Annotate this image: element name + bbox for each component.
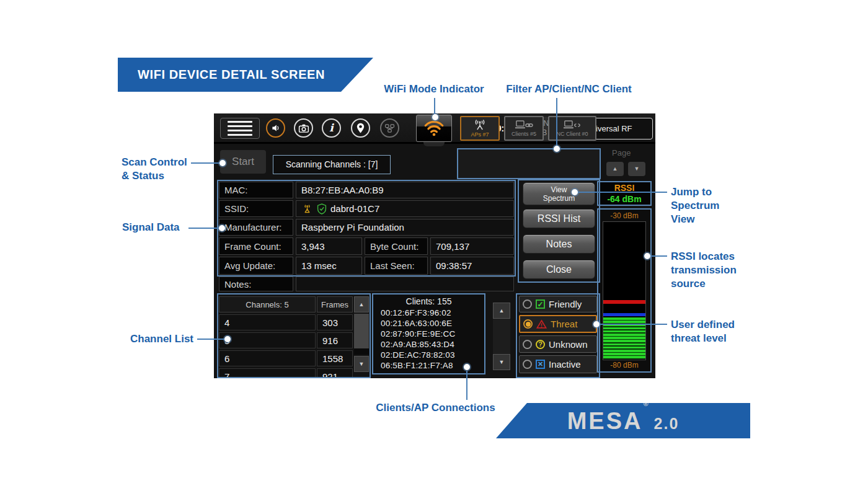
wifi-icon <box>423 120 445 136</box>
rssi-red-marker <box>603 300 645 304</box>
notes-label: Notes: <box>219 277 293 291</box>
frames-header: Frames <box>317 296 353 312</box>
filter-clients-button[interactable]: Clients #5 <box>504 116 544 141</box>
dot-threat <box>593 321 600 327</box>
dot-channel <box>224 336 231 342</box>
page-down-button[interactable]: ▼ <box>628 162 645 176</box>
client-mac[interactable]: 00:21:6A:63:00:6E <box>381 319 452 328</box>
notes-value[interactable] <box>296 277 514 291</box>
annotation-wifi-mode: WiFi Mode Indicator <box>372 82 496 96</box>
threat-option-friendly[interactable]: ✓ Friendly <box>519 296 597 312</box>
connector-filter <box>556 98 557 147</box>
channel-scroll-thumb[interactable] <box>354 314 369 348</box>
filter-nc-client-button[interactable]: NC Client #0 <box>548 116 596 141</box>
notes-button[interactable]: Notes <box>523 234 595 254</box>
rssi-hist-label: RSSI Hist <box>538 213 580 224</box>
annotation-scan-control: Scan Control & Status <box>122 156 187 183</box>
start-scan-button[interactable]: Start <box>220 150 266 174</box>
network-glyph <box>384 123 395 133</box>
view-spectrum-line2: Spectrum <box>543 194 575 203</box>
last-seen-label: Last Seen: <box>365 257 428 275</box>
radio-friendly[interactable] <box>523 299 532 309</box>
clients-scroll-down-button[interactable]: ▼ <box>493 354 510 370</box>
rssi-meter <box>603 221 646 360</box>
client-mac[interactable]: 02:A9:AB:85:43:D4 <box>381 340 454 349</box>
avg-update-value: 13 msec <box>296 257 362 275</box>
connector-clients <box>466 371 467 400</box>
ssid-antenna-icon <box>301 203 313 214</box>
title-banner: WIFI DEVICE DETAIL SCREEN <box>118 58 373 92</box>
scan-control-line1: Scan Control <box>122 156 187 169</box>
menu-button[interactable] <box>220 118 260 139</box>
rssi-header: RSSI -64 dBm <box>597 181 652 206</box>
client-mac[interactable]: 00:12:6F:F3:96:02 <box>381 308 451 317</box>
connector-signal <box>188 228 221 229</box>
ssid-value-cell: dabrd-01C7 <box>296 200 514 217</box>
threat-option-inactive[interactable]: ✕ Inactive <box>519 355 597 373</box>
dot-wifi-mode <box>432 114 438 120</box>
threat-option-unknown[interactable]: ? Unknown <box>519 335 597 353</box>
last-seen-value: 09:38:57 <box>430 257 514 275</box>
speaker-icon[interactable] <box>266 118 285 138</box>
client-mac[interactable]: 02:DE:AC:78:82:03 <box>381 350 455 360</box>
clients-list[interactable]: Clients: 155 00:12:6F:F3:96:02 00:21:6A:… <box>372 293 485 374</box>
annotation-jump-spectrum: Jump to Spectrum View <box>671 185 719 226</box>
rssi-meter-panel: -30 dBm -80 dBm <box>597 208 652 373</box>
channel-scroll-up-button[interactable]: ▲ <box>354 296 369 312</box>
radio-inactive[interactable] <box>523 360 532 369</box>
client-mac[interactable]: 02:87:90:FE:9E:CC <box>381 329 455 339</box>
close-button[interactable]: Close <box>523 260 595 279</box>
inactive-x-icon: ✕ <box>536 360 545 369</box>
ssid-label: SSID: <box>219 200 293 217</box>
byte-count-label: Byte Count: <box>365 237 428 255</box>
info-icon[interactable]: i <box>322 118 341 138</box>
camera-glyph <box>298 123 309 133</box>
view-spectrum-button[interactable]: View Spectrum <box>523 182 595 205</box>
byte-count-value: 709,137 <box>430 237 514 255</box>
jump-line1: Jump to <box>671 185 719 199</box>
scan-status-field: Scanning Channels : [7] <box>273 155 391 174</box>
jump-line2: Spectrum <box>671 199 719 213</box>
rssi-locates-line2: transmission <box>671 264 737 277</box>
camera-icon[interactable] <box>294 118 313 138</box>
speaker-glyph <box>270 123 281 133</box>
dot-signal <box>219 225 225 231</box>
clients-scroll-up-button[interactable]: ▲ <box>493 303 510 319</box>
device-screen: i 09:38 ATTN 0 dB Universal RF Start Sca… <box>214 113 655 378</box>
clients-scroll-track <box>493 319 510 354</box>
laptop-link-icon <box>515 120 533 130</box>
annotation-filter: Filter AP/Client/NC Client <box>493 82 645 96</box>
channel-row-cell[interactable]: 6 <box>219 350 316 366</box>
frames-row-cell: 921 <box>317 368 353 378</box>
dot-scan <box>219 160 226 166</box>
channel-row-cell[interactable]: 5 <box>219 332 316 348</box>
channel-row-cell[interactable]: 4 <box>219 314 316 330</box>
threat-option-threat[interactable]: Threat <box>519 315 597 333</box>
connector-rssi <box>650 255 667 257</box>
filter-clients-label: Clients #5 <box>512 131 536 137</box>
page: WIFI DEVICE DETAIL SCREEN i 09:38 ATTN 0… <box>0 0 868 496</box>
annotation-clients-ap: Clients/AP Connections <box>369 401 502 415</box>
page-up-button[interactable]: ▲ <box>606 162 624 176</box>
channel-scroll-down-button[interactable]: ▼ <box>354 356 369 372</box>
radio-threat[interactable] <box>523 319 533 329</box>
client-mac[interactable]: 06:5B:F1:21:F7:A8 <box>381 361 453 370</box>
mesa-registered-mark: ® <box>643 401 650 407</box>
avg-update-label: Avg Update: <box>219 257 293 275</box>
view-spectrum-line1: View <box>551 185 567 194</box>
connector-channel <box>197 339 226 340</box>
network-icon[interactable] <box>380 118 399 138</box>
ssid-value: dabrd-01C7 <box>330 203 379 214</box>
filter-aps-button[interactable]: APs #7 <box>460 116 500 141</box>
channel-row-cell[interactable]: 7 <box>219 368 316 378</box>
connector-wifi-mode <box>434 98 435 115</box>
radio-unknown[interactable] <box>523 340 532 349</box>
rssi-hist-button[interactable]: RSSI Hist <box>523 209 595 228</box>
frame-count-value: 3,943 <box>296 237 362 255</box>
location-icon[interactable] <box>351 118 370 138</box>
annotation-signal-data: Signal Data <box>122 221 180 234</box>
laptop-unlink-icon <box>563 120 582 130</box>
page-label: Page <box>612 148 637 157</box>
clients-header: Clients: 155 <box>373 296 484 306</box>
dot-rssi <box>644 253 650 259</box>
